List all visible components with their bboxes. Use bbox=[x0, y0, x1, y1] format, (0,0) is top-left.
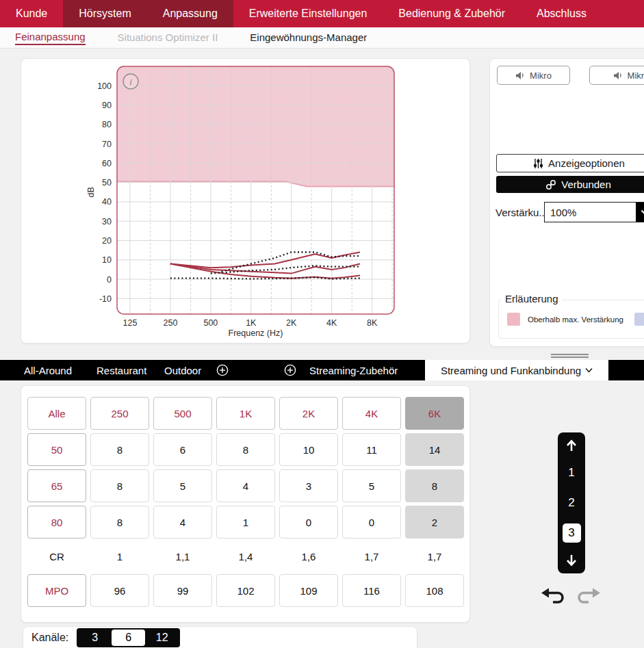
svg-text:20: 20 bbox=[102, 236, 112, 246]
svg-text:250: 250 bbox=[163, 318, 177, 328]
arrow-down-icon[interactable] bbox=[565, 554, 578, 567]
row-label-65[interactable]: 65 bbox=[27, 469, 86, 502]
gain-cell-CR-6K: 1,7 bbox=[405, 542, 464, 571]
mikro-left-button[interactable]: Mikro bbox=[497, 66, 570, 85]
gain-percent-label: Verstärku... bbox=[495, 207, 548, 218]
speaker-icon bbox=[613, 71, 623, 80]
panel-splitter-handle[interactable] bbox=[551, 354, 589, 359]
row-label-MPO[interactable]: MPO bbox=[27, 574, 86, 607]
gain-cell-50-250[interactable]: 8 bbox=[90, 433, 149, 466]
subnav-item-2[interactable]: Eingewöhnungs-Manager bbox=[250, 31, 367, 44]
channels-option-3[interactable]: 3 bbox=[78, 630, 112, 646]
gain-cell-50-4K[interactable]: 11 bbox=[342, 433, 401, 466]
channels-option-12[interactable]: 12 bbox=[145, 630, 179, 646]
link-icon bbox=[545, 179, 556, 190]
channels-option-6[interactable]: 6 bbox=[112, 630, 145, 646]
program-tab-2[interactable]: Outdoor bbox=[164, 360, 201, 380]
gain-cell-MPO-4K[interactable]: 116 bbox=[342, 574, 401, 607]
gain-cell-CR-250: 1 bbox=[90, 542, 149, 571]
gain-percent-select[interactable]: 100% bbox=[544, 202, 644, 222]
subnav-item-1[interactable]: Situations Optimizer II bbox=[118, 31, 218, 44]
arrow-up-icon[interactable] bbox=[565, 439, 578, 452]
col-header-Alle[interactable]: Alle bbox=[27, 397, 86, 430]
gain-cell-65-250[interactable]: 8 bbox=[90, 469, 149, 502]
gain-cell-80-250[interactable]: 8 bbox=[90, 506, 149, 539]
channels-toggle: 3612 bbox=[77, 628, 180, 647]
chevron-down-icon bbox=[585, 367, 593, 373]
gain-cell-65-2K[interactable]: 3 bbox=[279, 469, 338, 502]
gain-cell-CR-2K: 1,6 bbox=[279, 542, 338, 571]
gain-table: Alle2505001K2K4K6K5086810111465854358808… bbox=[21, 386, 469, 613]
main-nav: KundeHörsystemAnpassungErweiterte Einste… bbox=[0, 0, 644, 27]
stepper-value-2[interactable]: 2 bbox=[563, 493, 581, 513]
legend-title: Erläuterung bbox=[502, 293, 562, 304]
gain-cell-50-6K[interactable]: 14 bbox=[405, 433, 464, 466]
gain-chart-panel: 1009080706050403020100-101252505001K2K4K… bbox=[21, 58, 470, 344]
undo-button[interactable] bbox=[541, 587, 566, 609]
program-tab-1[interactable]: Restaurant bbox=[96, 360, 146, 380]
nav-item-erweiterte-einstellungen[interactable]: Erweiterte Einstellungen bbox=[233, 0, 383, 27]
svg-text:100: 100 bbox=[97, 81, 112, 91]
display-options-label: Anzeigeoptionen bbox=[548, 157, 625, 169]
gain-cell-80-2K[interactable]: 0 bbox=[279, 506, 338, 539]
gain-cell-80-4K[interactable]: 0 bbox=[342, 506, 401, 539]
gain-cell-65-1K[interactable]: 4 bbox=[216, 469, 275, 502]
gain-cell-65-6K[interactable]: 8 bbox=[405, 469, 464, 502]
add-program-button-2[interactable] bbox=[284, 360, 296, 380]
gain-cell-MPO-1K[interactable]: 102 bbox=[216, 574, 275, 607]
col-header-250[interactable]: 250 bbox=[90, 397, 149, 430]
gain-cell-50-500[interactable]: 6 bbox=[153, 433, 212, 466]
side-panel: Mikro Mikro Anzeigeoptionen Verbunden Ve… bbox=[489, 58, 644, 347]
gain-cell-MPO-6K[interactable]: 108 bbox=[405, 574, 464, 607]
gain-chart: 1009080706050403020100-101252505001K2K4K… bbox=[21, 59, 469, 343]
stepper-value-1[interactable]: 1 bbox=[563, 463, 581, 482]
nav-item-bedienung-zubehör[interactable]: Bedienung & Zubehör bbox=[383, 0, 521, 27]
plus-icon bbox=[216, 364, 229, 376]
col-header-6K[interactable]: 6K bbox=[405, 397, 464, 430]
legend-group: Erläuterung Oberhalb max. Verstärkung bbox=[498, 300, 644, 339]
add-program-button-1[interactable] bbox=[216, 360, 229, 380]
subnav-item-0[interactable]: Feinanpassung bbox=[15, 31, 86, 45]
row-label-50[interactable]: 50 bbox=[27, 433, 86, 466]
gain-cell-50-2K[interactable]: 10 bbox=[279, 433, 338, 466]
gain-cell-CR-500: 1,1 bbox=[153, 542, 212, 571]
gain-cell-80-500[interactable]: 4 bbox=[153, 506, 212, 539]
gain-cell-50-1K[interactable]: 8 bbox=[216, 433, 275, 466]
legend-swatch-above-max-gain bbox=[507, 313, 520, 326]
col-header-1K[interactable]: 1K bbox=[216, 397, 275, 430]
stepper-value-3[interactable]: 3 bbox=[563, 523, 581, 543]
redo-button[interactable] bbox=[576, 587, 600, 609]
row-label-CR: CR bbox=[27, 542, 86, 571]
svg-text:500: 500 bbox=[203, 318, 218, 328]
nav-item-abschluss[interactable]: Abschluss bbox=[521, 0, 602, 27]
nav-item-anpassung[interactable]: Anpassung bbox=[147, 0, 233, 27]
gain-cell-80-6K[interactable]: 2 bbox=[405, 506, 464, 539]
svg-text:4K: 4K bbox=[326, 318, 337, 328]
mikro-right-label: Mikro bbox=[628, 70, 644, 81]
legend-label: Oberhalb max. Verstärkung bbox=[528, 315, 623, 324]
legend-swatch-secondary bbox=[634, 313, 644, 326]
gain-cell-MPO-2K[interactable]: 109 bbox=[279, 574, 338, 607]
col-header-500[interactable]: 500 bbox=[153, 397, 212, 430]
info-icon[interactable]: i bbox=[123, 74, 138, 89]
svg-text:2K: 2K bbox=[286, 318, 297, 328]
redo-icon bbox=[576, 587, 600, 606]
nav-item-kunde[interactable]: Kunde bbox=[0, 0, 63, 27]
program-dropdown[interactable]: Streaming und Funkanbindung bbox=[425, 360, 608, 380]
col-header-4K[interactable]: 4K bbox=[342, 397, 401, 430]
connected-button[interactable]: Verbunden bbox=[496, 176, 644, 193]
program-tab-0[interactable]: All-Around bbox=[24, 360, 72, 380]
row-label-80[interactable]: 80 bbox=[27, 506, 86, 539]
gain-cell-80-1K[interactable]: 1 bbox=[216, 506, 275, 539]
svg-text:Frequenz (Hz): Frequenz (Hz) bbox=[229, 328, 283, 338]
nav-item-hörsystem[interactable]: Hörsystem bbox=[63, 0, 146, 27]
gain-cell-65-4K[interactable]: 5 bbox=[342, 469, 401, 502]
gain-cell-65-500[interactable]: 5 bbox=[153, 469, 212, 502]
display-options-button[interactable]: Anzeigeoptionen bbox=[496, 154, 644, 172]
mikro-right-button[interactable]: Mikro bbox=[589, 66, 644, 85]
gain-cell-MPO-250[interactable]: 96 bbox=[90, 574, 149, 607]
col-header-2K[interactable]: 2K bbox=[279, 397, 338, 430]
gain-cell-MPO-500[interactable]: 99 bbox=[153, 574, 212, 607]
program-tab-streaming[interactable]: Streaming-Zubehör bbox=[309, 360, 398, 380]
gain-cell-CR-1K: 1,4 bbox=[216, 542, 275, 571]
